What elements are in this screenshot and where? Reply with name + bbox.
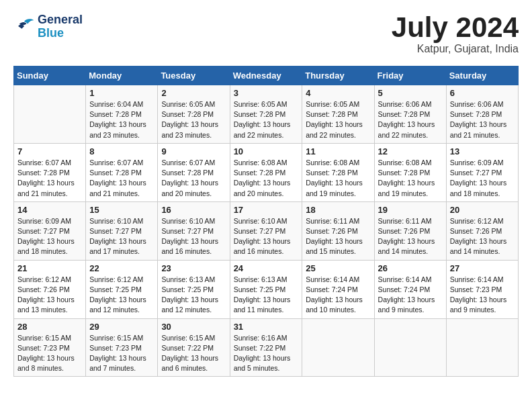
day-number: 27 bbox=[450, 263, 515, 273]
cell-content: Sunrise: 6:11 AMSunset: 7:26 PMDaylight:… bbox=[306, 216, 370, 257]
calendar-cell: 4Sunrise: 6:05 AMSunset: 7:28 PMDaylight… bbox=[302, 85, 374, 144]
location-subtitle: Katpur, Gujarat, India bbox=[392, 43, 519, 55]
day-number: 6 bbox=[450, 88, 515, 98]
cell-content: Sunrise: 6:15 AMSunset: 7:23 PMDaylight:… bbox=[17, 333, 82, 374]
page-header: General Blue July 2024 Katpur, Gujarat, … bbox=[13, 13, 519, 55]
cell-content: Sunrise: 6:09 AMSunset: 7:27 PMDaylight:… bbox=[17, 216, 82, 257]
calendar-header-row: SundayMondayTuesdayWednesdayThursdayFrid… bbox=[14, 66, 519, 85]
header-saturday: Saturday bbox=[446, 66, 518, 85]
calendar-cell: 28Sunrise: 6:15 AMSunset: 7:23 PMDayligh… bbox=[14, 318, 86, 377]
day-number: 25 bbox=[306, 263, 370, 273]
calendar-cell: 20Sunrise: 6:12 AMSunset: 7:26 PMDayligh… bbox=[446, 201, 518, 260]
day-number: 3 bbox=[234, 88, 299, 98]
day-number: 29 bbox=[89, 322, 154, 332]
logo-text-line2: Blue bbox=[38, 27, 83, 40]
calendar-cell: 16Sunrise: 6:10 AMSunset: 7:27 PMDayligh… bbox=[158, 201, 230, 260]
calendar-cell: 21Sunrise: 6:12 AMSunset: 7:26 PMDayligh… bbox=[14, 260, 86, 318]
header-sunday: Sunday bbox=[14, 66, 86, 85]
cell-content: Sunrise: 6:10 AMSunset: 7:27 PMDaylight:… bbox=[234, 216, 299, 257]
day-number: 14 bbox=[17, 205, 82, 215]
day-number: 20 bbox=[450, 205, 515, 215]
logo-icon bbox=[13, 17, 35, 36]
cell-content: Sunrise: 6:09 AMSunset: 7:27 PMDaylight:… bbox=[450, 158, 515, 199]
day-number: 2 bbox=[161, 88, 226, 98]
cell-content: Sunrise: 6:11 AMSunset: 7:26 PMDaylight:… bbox=[378, 216, 443, 257]
day-number: 12 bbox=[378, 146, 443, 156]
calendar-cell bbox=[302, 318, 374, 377]
cell-content: Sunrise: 6:10 AMSunset: 7:27 PMDaylight:… bbox=[89, 216, 154, 257]
cell-content: Sunrise: 6:05 AMSunset: 7:28 PMDaylight:… bbox=[161, 99, 226, 140]
calendar-cell: 17Sunrise: 6:10 AMSunset: 7:27 PMDayligh… bbox=[230, 201, 302, 260]
calendar-cell: 30Sunrise: 6:15 AMSunset: 7:22 PMDayligh… bbox=[158, 318, 230, 377]
day-number: 9 bbox=[161, 146, 226, 156]
cell-content: Sunrise: 6:15 AMSunset: 7:23 PMDaylight:… bbox=[89, 333, 154, 374]
calendar-cell: 29Sunrise: 6:15 AMSunset: 7:23 PMDayligh… bbox=[86, 318, 158, 377]
calendar-cell: 23Sunrise: 6:13 AMSunset: 7:25 PMDayligh… bbox=[158, 260, 230, 318]
cell-content: Sunrise: 6:07 AMSunset: 7:28 PMDaylight:… bbox=[17, 158, 82, 199]
cell-content: Sunrise: 6:12 AMSunset: 7:26 PMDaylight:… bbox=[17, 275, 82, 316]
day-number: 22 bbox=[89, 263, 154, 273]
cell-content: Sunrise: 6:08 AMSunset: 7:28 PMDaylight:… bbox=[306, 158, 370, 199]
calendar-cell: 12Sunrise: 6:08 AMSunset: 7:28 PMDayligh… bbox=[374, 143, 446, 201]
calendar-cell: 1Sunrise: 6:04 AMSunset: 7:28 PMDaylight… bbox=[86, 85, 158, 144]
header-friday: Friday bbox=[374, 66, 446, 85]
calendar-cell: 26Sunrise: 6:14 AMSunset: 7:24 PMDayligh… bbox=[374, 260, 446, 318]
day-number: 31 bbox=[234, 322, 299, 332]
calendar-cell: 27Sunrise: 6:14 AMSunset: 7:23 PMDayligh… bbox=[446, 260, 518, 318]
calendar-cell bbox=[446, 318, 518, 377]
logo-text-line1: General bbox=[38, 13, 83, 27]
header-tuesday: Tuesday bbox=[158, 66, 230, 85]
calendar-cell: 6Sunrise: 6:06 AMSunset: 7:28 PMDaylight… bbox=[446, 85, 518, 144]
cell-content: Sunrise: 6:08 AMSunset: 7:28 PMDaylight:… bbox=[378, 158, 443, 199]
header-wednesday: Wednesday bbox=[230, 66, 302, 85]
month-title: July 2024 bbox=[392, 13, 519, 42]
cell-content: Sunrise: 6:06 AMSunset: 7:28 PMDaylight:… bbox=[378, 99, 443, 140]
day-number: 28 bbox=[17, 322, 82, 332]
day-number: 21 bbox=[17, 263, 82, 273]
calendar-table: SundayMondayTuesdayWednesdayThursdayFrid… bbox=[13, 66, 519, 377]
cell-content: Sunrise: 6:14 AMSunset: 7:24 PMDaylight:… bbox=[306, 275, 370, 316]
cell-content: Sunrise: 6:13 AMSunset: 7:25 PMDaylight:… bbox=[161, 275, 226, 316]
cell-content: Sunrise: 6:16 AMSunset: 7:22 PMDaylight:… bbox=[234, 333, 299, 374]
cell-content: Sunrise: 6:05 AMSunset: 7:28 PMDaylight:… bbox=[234, 99, 299, 140]
calendar-cell: 18Sunrise: 6:11 AMSunset: 7:26 PMDayligh… bbox=[302, 201, 374, 260]
cell-content: Sunrise: 6:10 AMSunset: 7:27 PMDaylight:… bbox=[161, 216, 226, 257]
calendar-cell bbox=[374, 318, 446, 377]
day-number: 7 bbox=[17, 146, 82, 156]
calendar-cell: 8Sunrise: 6:07 AMSunset: 7:28 PMDaylight… bbox=[86, 143, 158, 201]
day-number: 8 bbox=[89, 146, 154, 156]
cell-content: Sunrise: 6:07 AMSunset: 7:28 PMDaylight:… bbox=[89, 158, 154, 199]
day-number: 4 bbox=[306, 88, 370, 98]
calendar-week-4: 21Sunrise: 6:12 AMSunset: 7:26 PMDayligh… bbox=[14, 260, 519, 318]
calendar-week-3: 14Sunrise: 6:09 AMSunset: 7:27 PMDayligh… bbox=[14, 201, 519, 260]
header-monday: Monday bbox=[86, 66, 158, 85]
title-block: July 2024 Katpur, Gujarat, India bbox=[392, 13, 519, 55]
calendar-cell: 11Sunrise: 6:08 AMSunset: 7:28 PMDayligh… bbox=[302, 143, 374, 201]
calendar-cell: 5Sunrise: 6:06 AMSunset: 7:28 PMDaylight… bbox=[374, 85, 446, 144]
day-number: 16 bbox=[161, 205, 226, 215]
cell-content: Sunrise: 6:07 AMSunset: 7:28 PMDaylight:… bbox=[161, 158, 226, 199]
day-number: 26 bbox=[378, 263, 443, 273]
day-number: 5 bbox=[378, 88, 443, 98]
calendar-cell: 10Sunrise: 6:08 AMSunset: 7:28 PMDayligh… bbox=[230, 143, 302, 201]
cell-content: Sunrise: 6:14 AMSunset: 7:24 PMDaylight:… bbox=[378, 275, 443, 316]
calendar-week-2: 7Sunrise: 6:07 AMSunset: 7:28 PMDaylight… bbox=[14, 143, 519, 201]
day-number: 19 bbox=[378, 205, 443, 215]
day-number: 13 bbox=[450, 146, 515, 156]
calendar-cell: 19Sunrise: 6:11 AMSunset: 7:26 PMDayligh… bbox=[374, 201, 446, 260]
day-number: 17 bbox=[234, 205, 299, 215]
day-number: 1 bbox=[89, 88, 154, 98]
cell-content: Sunrise: 6:14 AMSunset: 7:23 PMDaylight:… bbox=[450, 275, 515, 316]
header-thursday: Thursday bbox=[302, 66, 374, 85]
calendar-week-5: 28Sunrise: 6:15 AMSunset: 7:23 PMDayligh… bbox=[14, 318, 519, 377]
calendar-cell: 24Sunrise: 6:13 AMSunset: 7:25 PMDayligh… bbox=[230, 260, 302, 318]
logo: General Blue bbox=[13, 13, 83, 40]
calendar-cell: 3Sunrise: 6:05 AMSunset: 7:28 PMDaylight… bbox=[230, 85, 302, 144]
cell-content: Sunrise: 6:05 AMSunset: 7:28 PMDaylight:… bbox=[306, 99, 370, 140]
calendar-cell: 13Sunrise: 6:09 AMSunset: 7:27 PMDayligh… bbox=[446, 143, 518, 201]
calendar-cell bbox=[14, 85, 86, 144]
calendar-cell: 9Sunrise: 6:07 AMSunset: 7:28 PMDaylight… bbox=[158, 143, 230, 201]
cell-content: Sunrise: 6:04 AMSunset: 7:28 PMDaylight:… bbox=[89, 99, 154, 140]
calendar-cell: 7Sunrise: 6:07 AMSunset: 7:28 PMDaylight… bbox=[14, 143, 86, 201]
day-number: 23 bbox=[161, 263, 226, 273]
